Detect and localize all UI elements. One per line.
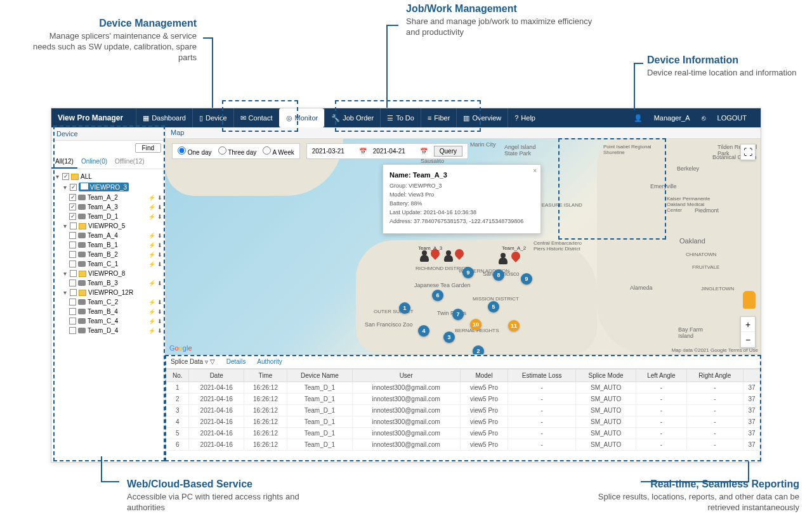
tree-device[interactable]: Team_D_4⚡ ⬇ <box>54 326 162 335</box>
date-from-input[interactable] <box>312 148 353 155</box>
col-header[interactable]: Splice Mode <box>576 370 636 382</box>
radio-a-week[interactable]: A Week <box>263 146 294 156</box>
tree-device[interactable]: Team_C_1⚡ ⬇ <box>54 259 162 269</box>
pegman-icon[interactable] <box>743 291 756 309</box>
cluster-marker[interactable]: 10 <box>470 319 481 330</box>
cluster-marker[interactable]: 3 <box>443 331 455 343</box>
nav-dashboard[interactable]: ▦Dashboard <box>136 108 192 127</box>
person-marker[interactable] <box>498 253 508 264</box>
table-row[interactable]: 12021-04-1616:26:12Team_D_1innotest300@g… <box>166 382 761 394</box>
tree-device[interactable]: Team_A_3⚡ ⬇ <box>54 202 162 212</box>
cluster-marker[interactable]: 6 <box>432 290 443 301</box>
nav-joborder[interactable]: 🔧Job Order <box>324 108 380 127</box>
tree-device[interactable]: Team_B_1⚡ ⬇ <box>54 240 162 250</box>
col-header[interactable]: Left Angle <box>636 370 686 382</box>
list-icon: ☰ <box>387 114 393 122</box>
table-row[interactable]: 42021-04-1616:26:12Team_D_1innotest300@g… <box>166 416 761 428</box>
cluster-marker[interactable]: 1 <box>399 302 410 314</box>
nav-device[interactable]: ▯Device <box>192 108 233 127</box>
tab-splice-data[interactable]: Splice Data ▿ ▽ <box>171 358 215 365</box>
map[interactable]: San Francisco Oakland Berkeley Alameda M… <box>166 139 761 354</box>
radio-three-day[interactable]: Three day <box>218 146 257 156</box>
zoom-in-button[interactable]: + <box>741 317 755 332</box>
tab-authority[interactable]: Authority <box>257 358 282 365</box>
tab-offline[interactable]: Offline(12) <box>111 155 148 169</box>
tree-device[interactable]: Team_C_4⚡ ⬇ <box>54 316 162 326</box>
col-header[interactable]: Model <box>460 370 508 382</box>
col-header[interactable]: Estimate Loss <box>508 370 576 382</box>
tree-group[interactable]: ▾ VIEWPRO_12R <box>54 288 162 297</box>
table-row[interactable]: 32021-04-1616:26:12Team_D_1innotest300@g… <box>166 405 761 416</box>
fullscreen-button[interactable]: ⛶ <box>741 145 755 160</box>
col-header[interactable]: No. <box>166 370 189 382</box>
cluster-marker[interactable]: 11 <box>508 320 520 331</box>
find-row: Find <box>51 141 165 155</box>
person-marker[interactable] <box>419 250 429 262</box>
tree-device[interactable]: Team_C_2⚡ ⬇ <box>54 297 162 307</box>
label-alameda: Alameda <box>630 285 653 291</box>
nav-contact[interactable]: ✉Contact <box>233 108 279 127</box>
nav-overview[interactable]: ▥Overview <box>456 108 508 127</box>
cluster-marker[interactable]: 9 <box>521 273 532 285</box>
tab-all[interactable]: All(12) <box>51 155 77 169</box>
funnel-icon[interactable]: ▽ <box>210 358 215 365</box>
pin-marker[interactable] <box>511 252 520 264</box>
tree-group[interactable]: ▾ VIEWPRO_8 <box>54 269 162 278</box>
label-berkeley: Berkeley <box>677 165 699 172</box>
tree-device[interactable]: Team_B_3⚡ ⬇ <box>54 278 162 288</box>
query-button[interactable]: Query <box>434 146 462 157</box>
tree-device[interactable]: Team_B_2⚡ ⬇ <box>54 250 162 259</box>
filter-icon[interactable]: ▿ <box>205 358 208 365</box>
cluster-marker[interactable]: 8 <box>493 269 504 281</box>
cluster-marker[interactable]: 2 <box>473 345 484 354</box>
logout-link[interactable]: LOGOUT <box>717 114 747 122</box>
tree-all[interactable]: ▾ ALL <box>54 172 162 181</box>
popup-group: Group: VIEWPRO_3 <box>390 183 534 189</box>
tab-details[interactable]: Details <box>226 358 246 365</box>
cluster-marker[interactable]: 9 <box>462 267 474 278</box>
table-row[interactable]: 62021-04-1616:26:12Team_D_1innotest300@g… <box>166 439 761 451</box>
tree-device[interactable]: Team_D_1⚡ ⬇ <box>54 212 162 221</box>
col-header[interactable]: Right Angle <box>686 370 743 382</box>
tab-online[interactable]: Online(0) <box>77 155 111 169</box>
tree-group[interactable]: ▾ VIEWPRO_5 <box>54 221 162 231</box>
cluster-marker[interactable]: 7 <box>452 309 464 320</box>
nav-monitor[interactable]: ◎Monitor <box>279 108 325 127</box>
popup-battery: Battery: 88% <box>390 200 534 207</box>
tree-device[interactable]: Team_A_2⚡ ⬇ <box>54 193 162 202</box>
popup-name: Name: Team_A_3 <box>390 171 534 179</box>
cluster-marker[interactable]: 4 <box>418 325 429 337</box>
callout-device-info: Device Information Device real-time loca… <box>647 55 797 79</box>
col-header[interactable]: Device Name <box>287 370 353 382</box>
map-attribution: Map data ©2021 Google Terms of Use <box>672 347 759 353</box>
time-range-radios: One day Three day A Week <box>172 143 300 159</box>
table-row[interactable]: 52021-04-1616:26:12Team_D_1innotest300@g… <box>166 428 761 439</box>
calendar-icon[interactable]: 📅 <box>359 148 367 155</box>
col-header[interactable]: Time <box>244 370 287 382</box>
calendar-icon[interactable]: 📅 <box>420 148 428 155</box>
zoom-out-button[interactable]: − <box>741 332 755 347</box>
brand: View Pro Manager <box>58 113 123 122</box>
radio-one-day[interactable]: One day <box>178 146 212 156</box>
google-logo: Google <box>169 344 192 352</box>
callout-web-cloud: Web/Cloud-Based Service Accessible via P… <box>127 479 304 513</box>
label-kaiser: Kaiser Permanente Oakland Medical Center <box>667 196 717 213</box>
table-row[interactable]: 22021-04-1616:26:12Team_D_1innotest300@g… <box>166 394 761 405</box>
tree-device[interactable]: Team_B_4⚡ ⬇ <box>54 307 162 316</box>
fiber-icon: ≡ <box>428 114 431 122</box>
tree-group[interactable]: ▾ VIEWPRO_3 <box>54 181 162 193</box>
pin-marker[interactable] <box>455 249 464 262</box>
find-button[interactable]: Find <box>135 143 161 153</box>
close-icon[interactable]: × <box>533 167 537 174</box>
pin-marker[interactable] <box>431 249 440 262</box>
date-to-input[interactable] <box>373 148 414 155</box>
nav-help[interactable]: ?Help <box>508 108 542 127</box>
col-header[interactable] <box>743 370 760 382</box>
col-header[interactable]: User <box>352 370 460 382</box>
nav-fiber[interactable]: ≡Fiber <box>421 108 456 127</box>
person-marker[interactable] <box>443 250 454 262</box>
cluster-marker[interactable]: 5 <box>488 301 499 312</box>
tree-device[interactable]: Team_A_4⚡ ⬇ <box>54 231 162 240</box>
nav-todo[interactable]: ☰To Do <box>380 108 421 127</box>
col-header[interactable]: Date <box>189 370 244 382</box>
